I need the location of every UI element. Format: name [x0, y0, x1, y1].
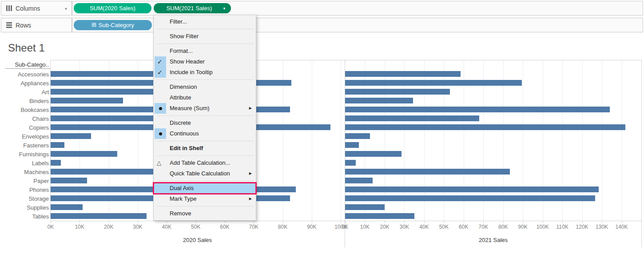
menu-item-attribute[interactable]: Attribute [154, 92, 256, 103]
pill-dropdown-caret-icon[interactable]: ▼ [223, 7, 226, 11]
axis-tick [225, 221, 225, 223]
axis-tick [345, 221, 346, 223]
menu-item-dimension[interactable]: Dimension [154, 82, 256, 92]
row-label-supplies[interactable]: Supplies [1, 203, 49, 212]
axis-tick-label: 0K [342, 224, 349, 230]
pill-sum-2020-sales[interactable]: SUM(2020 Sales) [74, 3, 151, 13]
axis-title-2021-sales[interactable]: 2021 Sales [479, 237, 508, 243]
menu-item-show-header[interactable]: ✓Show Header [154, 56, 256, 67]
axis-tick [196, 221, 196, 223]
axis-tick-label: 90K [518, 224, 528, 230]
menu-separator [154, 204, 256, 208]
axis-tick-label: 60K [459, 224, 468, 230]
row-label-tables[interactable]: Tables [1, 212, 49, 221]
bar-2020-sales-supplies[interactable] [51, 204, 83, 210]
menu-item-dual-axis[interactable]: Dual Axis [154, 183, 256, 194]
bar-2020-sales-tables[interactable] [51, 213, 147, 219]
row-label-bookcases[interactable]: Bookcases [1, 106, 49, 115]
bar-2021-sales-labels[interactable] [345, 160, 356, 166]
bar-2021-sales-bookcases[interactable] [345, 107, 610, 112]
menu-item-quick-table-calculation[interactable]: Quick Table Calculation▶ [154, 168, 256, 179]
axis-tick-label: 20K [104, 224, 113, 230]
bar-2021-sales-accessories[interactable] [345, 71, 461, 77]
bar-2021-sales-chairs[interactable] [345, 115, 479, 121]
menu-item-include-in-tooltip[interactable]: ✓Include in Tooltip [154, 67, 256, 78]
menu-item-discrete[interactable]: Discrete [154, 118, 256, 128]
row-label-binders[interactable]: Binders [1, 97, 49, 106]
bar-2020-sales-binders[interactable] [51, 98, 123, 103]
axis-tick [523, 221, 523, 223]
axis-tick [543, 221, 543, 223]
bar-2021-sales-art[interactable] [345, 89, 450, 95]
row-label-machines[interactable]: Machines [1, 168, 49, 177]
row-label-appliances[interactable]: Appliances [1, 79, 49, 88]
pane-right-border [641, 60, 642, 247]
menu-separator [154, 78, 256, 82]
row-label-furnishings[interactable]: Furnishings [1, 150, 49, 159]
bar-2021-sales-storage[interactable] [345, 195, 595, 201]
menu-item-format[interactable]: Format... [154, 46, 256, 56]
axis-tick [283, 221, 283, 223]
axis-tick [444, 221, 444, 223]
menu-item-filter[interactable]: Filter... [154, 16, 256, 27]
columns-shelf-label-box[interactable]: Columns ▾ [1, 1, 72, 16]
row-label-accessories[interactable]: Accessories [1, 70, 49, 79]
bar-2021-sales-envelopes[interactable] [345, 133, 370, 139]
row-header[interactable]: Sub-Catego.. [1, 61, 49, 68]
menu-item-add-table-calculation[interactable]: △Add Table Calculation... [154, 158, 256, 168]
bar-2020-sales-paper[interactable] [51, 178, 87, 183]
columns-dropdown-caret[interactable]: ▾ [65, 6, 67, 11]
menu-item-continuous[interactable]: Continuous [154, 128, 256, 139]
bar-2020-sales-fasteners[interactable] [51, 142, 64, 148]
axis-tick-label: 70K [479, 224, 488, 230]
tableau-workspace: Columns ▾ SUM(2020 Sales) SUM(2021 Sales… [0, 0, 644, 262]
bar-2021-sales-fasteners[interactable] [345, 142, 359, 148]
menu-item-label: Discrete [170, 118, 191, 128]
pane-top-border [50, 60, 641, 60]
menu-item-mark-type[interactable]: Mark Type▶ [154, 194, 256, 204]
axis-tick-label: 40K [419, 224, 429, 230]
row-label-envelopes[interactable]: Envelopes [1, 132, 49, 141]
expand-plus-icon[interactable]: ⊞ [91, 21, 96, 28]
menu-item-label: Filter... [170, 16, 187, 27]
bar-2020-sales-furnishings[interactable] [51, 151, 117, 157]
bar-2021-sales-copiers[interactable] [345, 124, 625, 130]
axis-tick [80, 221, 80, 223]
menu-item-show-filter[interactable]: Show Filter [154, 31, 256, 42]
bar-2021-sales-tables[interactable] [345, 213, 414, 219]
row-label-fasteners[interactable]: Fasteners [1, 141, 49, 150]
pill-sum-2021-sales[interactable]: SUM(2021 Sales) ▼ [154, 3, 231, 13]
menu-item-label: Format... [170, 46, 193, 56]
row-label-copiers[interactable]: Copiers [1, 123, 49, 132]
bar-2021-sales-binders[interactable] [345, 98, 413, 103]
rows-shelf-label-box[interactable]: Rows [1, 18, 72, 32]
menu-item-edit-in-shelf[interactable]: Edit in Shelf [154, 143, 256, 154]
axis-line [50, 221, 641, 221]
bar-2021-sales-furnishings[interactable] [345, 151, 402, 157]
bar-2020-sales-labels[interactable] [51, 160, 61, 166]
pill-sum-2021-sales-label: SUM(2021 Sales) [167, 5, 212, 12]
bar-2021-sales-supplies[interactable] [345, 204, 385, 210]
row-label-art[interactable]: Art [1, 88, 49, 97]
row-label-storage[interactable]: Storage [1, 195, 49, 203]
rows-shelf-title: Rows [16, 22, 31, 29]
menu-item-measure-sum[interactable]: Measure (Sum)▶ [154, 103, 256, 114]
row-label-chairs[interactable]: Chairs [1, 115, 49, 123]
checkmark-icon: ✓ [157, 67, 163, 78]
menu-separator [154, 27, 256, 31]
gridline [622, 60, 622, 221]
row-label-paper[interactable]: Paper [1, 177, 49, 186]
axis-tick [483, 221, 484, 223]
bar-2020-sales-envelopes[interactable] [51, 133, 91, 139]
pill-sub-category[interactable]: ⊞ Sub-Category [74, 20, 152, 30]
row-label-phones[interactable]: Phones [1, 186, 49, 195]
axis-tick [582, 221, 583, 223]
bar-2021-sales-machines[interactable] [345, 169, 510, 175]
bar-2021-sales-appliances[interactable] [345, 80, 522, 86]
gridline [341, 60, 341, 221]
bar-2021-sales-paper[interactable] [345, 178, 373, 183]
axis-title-2020-sales[interactable]: 2020 Sales [183, 237, 212, 243]
row-label-labels[interactable]: Labels [1, 159, 49, 168]
bar-2021-sales-phones[interactable] [345, 187, 599, 192]
menu-item-remove[interactable]: Remove [154, 208, 256, 219]
